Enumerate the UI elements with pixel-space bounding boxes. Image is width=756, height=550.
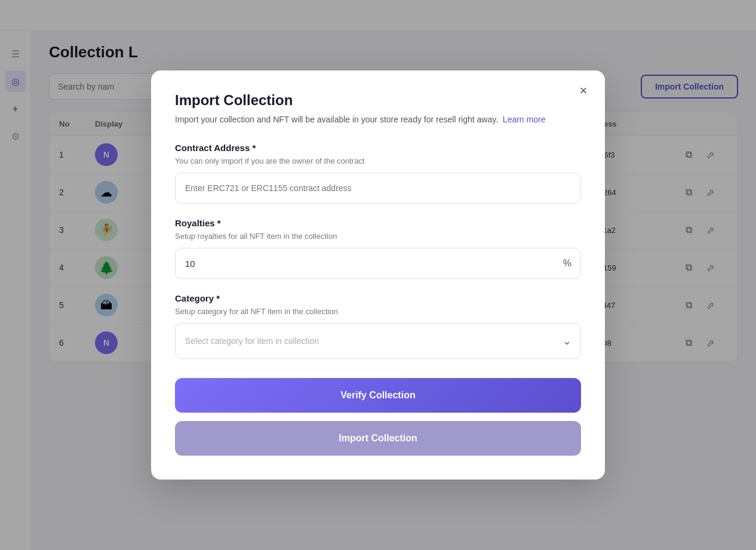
import-collection-button[interactable]: Import Collection [175,421,581,456]
contract-address-desc: You can only import if you are the owner… [175,156,581,165]
modal-subtitle-text: Import your collection and NFT will be a… [175,115,498,124]
category-desc: Setup category for all NFT item in the c… [175,307,581,316]
royalties-input[interactable] [175,248,581,279]
category-select[interactable]: Select category for item in collection [175,323,581,359]
percent-symbol: % [563,258,571,269]
learn-more-link[interactable]: Learn more [503,115,546,124]
modal-close-button[interactable]: × [574,81,593,100]
contract-address-input[interactable] [175,173,581,204]
modal-subtitle: Import your collection and NFT will be a… [175,113,581,126]
royalties-label: Royalties * [175,218,581,228]
modal-overlay[interactable]: × Import Collection Import your collecti… [0,0,756,550]
category-label: Category * [175,293,581,303]
royalties-wrapper: % [175,248,581,279]
contract-address-label: Contract Address * [175,143,581,153]
category-select-wrapper: Select category for item in collection ⌄ [175,323,581,359]
modal-title: Import Collection [175,92,581,109]
verify-collection-button[interactable]: Verify Collection [175,378,581,413]
royalties-desc: Setup royalties for all NFT item in the … [175,232,581,241]
import-collection-modal: × Import Collection Import your collecti… [151,70,605,480]
